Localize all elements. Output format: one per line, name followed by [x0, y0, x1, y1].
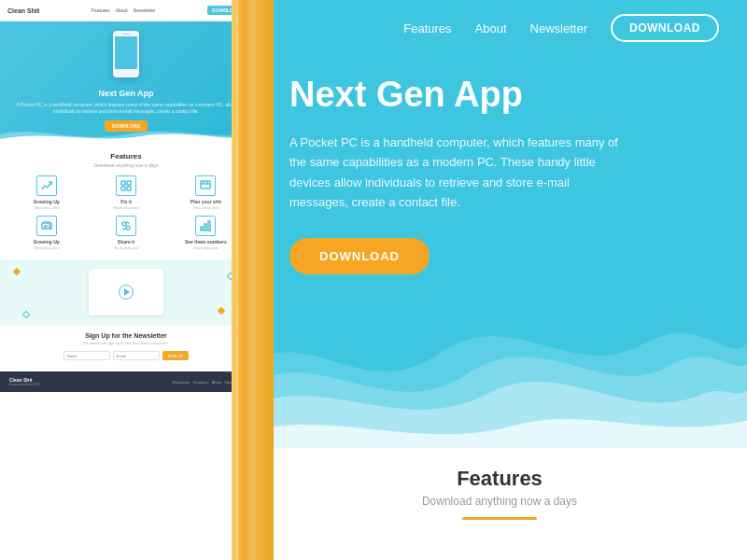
svg-rect-1 — [127, 181, 131, 185]
nav-newsletter-link[interactable]: Newsletter — [530, 21, 587, 35]
feature-label-2: Fix it — [89, 199, 162, 204]
feature-item-4: Growing Up Short desc text — [9, 216, 83, 250]
footer-link-features[interactable]: Features — [193, 380, 208, 385]
book-decoration — [232, 0, 274, 560]
newsletter-inputs: SIGN UP — [14, 351, 238, 360]
left-newsletter-title: Sign Up for the Newsletter — [14, 332, 238, 339]
right-hero-title: Next Gen App — [289, 75, 719, 116]
left-nav-about[interactable]: About — [116, 7, 128, 13]
feature-icon-1 — [36, 175, 57, 196]
feature-label-5: Share it — [89, 239, 162, 245]
right-download-btn[interactable]: DOWNLOAD — [289, 238, 430, 274]
diamond-decoration-3 — [22, 311, 30, 318]
left-hero: Next Gen App A Pocket PC is a handheld c… — [0, 21, 252, 143]
nav-about-link[interactable]: About — [475, 21, 507, 35]
play-icon — [124, 288, 130, 296]
right-nav: Features About Newsletter DOWNLOAD — [252, 0, 747, 56]
left-brand: Clean Shit — [7, 7, 39, 14]
feature-item-5: Share it Short desc text — [89, 216, 162, 250]
left-nav-newsletter[interactable]: Newsletter — [134, 7, 156, 13]
left-nav-features[interactable]: Features — [92, 7, 110, 13]
left-footer-copyright: Designed by André 2022 — [9, 383, 40, 386]
features-underline — [462, 517, 537, 520]
right-hero-content: Next Gen App A Pocket PC is a handheld c… — [289, 75, 719, 274]
right-features-sub: Download anything now a days — [289, 495, 710, 508]
left-nav: Clean Shit Features About Newsletter DOW… — [0, 0, 252, 21]
svg-rect-3 — [127, 187, 131, 190]
play-button[interactable] — [119, 285, 134, 300]
feature-desc-1: Short desc text — [9, 205, 83, 210]
footer-link-download[interactable]: Download — [173, 380, 190, 385]
feature-label-4: Growing Up — [9, 239, 83, 245]
nav-download-btn[interactable]: DOWNLOAD — [611, 14, 719, 42]
left-newsletter-sub: Go ahead and sign up for the best future… — [14, 341, 238, 345]
left-hero-text: A Pocket PC is a handheld computer, whic… — [14, 102, 238, 115]
diamond-decoration-1 — [13, 268, 21, 275]
svg-rect-14 — [204, 224, 206, 231]
svg-rect-2 — [121, 187, 125, 190]
phone-mockup — [113, 31, 139, 77]
feature-desc-5: Short desc text — [89, 245, 162, 250]
video-box[interactable] — [89, 269, 163, 315]
feature-icon-3 — [195, 175, 216, 196]
left-panel: Clean Shit Features About Newsletter DOW… — [0, 0, 252, 560]
right-hero-text: A Pocket PC is a handheld computer, whic… — [289, 133, 626, 213]
footer-link-about[interactable]: About — [212, 380, 221, 385]
feature-label-1: Growing Up — [9, 199, 83, 204]
left-features-title: Features — [9, 152, 243, 161]
features-grid: Growing Up Short desc text Fix it Short … — [9, 175, 243, 250]
feature-desc-2: Short desc text — [89, 205, 162, 210]
newsletter-name-input[interactable] — [63, 351, 110, 360]
left-footer-left: Clean Shit Designed by André 2022 — [9, 377, 40, 386]
left-features: Features Download anything now a days Gr… — [0, 143, 252, 259]
left-nav-links: Features About Newsletter — [92, 7, 155, 13]
svg-rect-15 — [208, 221, 210, 231]
right-features-title: Features — [289, 467, 710, 491]
feature-desc-4: Short desc text — [9, 245, 83, 250]
svg-rect-0 — [121, 181, 125, 185]
left-newsletter: Sign Up for the Newsletter Go ahead and … — [0, 325, 252, 371]
nav-features-link[interactable]: Features — [403, 21, 451, 35]
feature-icon-2 — [116, 175, 136, 196]
left-features-sub: Download anything now a days — [9, 162, 243, 168]
svg-rect-4 — [201, 181, 210, 189]
left-video-section — [0, 259, 252, 325]
left-hero-title: Next Gen App — [14, 89, 238, 98]
newsletter-submit-btn[interactable]: SIGN UP — [162, 351, 189, 360]
left-footer: Clean Shit Designed by André 2022 Downlo… — [0, 371, 252, 392]
newsletter-email-input[interactable] — [113, 351, 160, 360]
feature-item-1: Growing Up Short desc text — [9, 175, 83, 210]
svg-rect-13 — [201, 227, 203, 231]
feature-item-2: Fix it Short desc text — [89, 175, 162, 210]
right-features-section: Features Download anything now a days — [252, 448, 747, 560]
diamond-decoration-4 — [218, 307, 225, 315]
feature-icon-6 — [195, 216, 216, 236]
feature-icon-5 — [116, 216, 136, 236]
right-panel: Features About Newsletter DOWNLOAD Next … — [252, 0, 747, 560]
feature-icon-4 — [36, 216, 57, 236]
